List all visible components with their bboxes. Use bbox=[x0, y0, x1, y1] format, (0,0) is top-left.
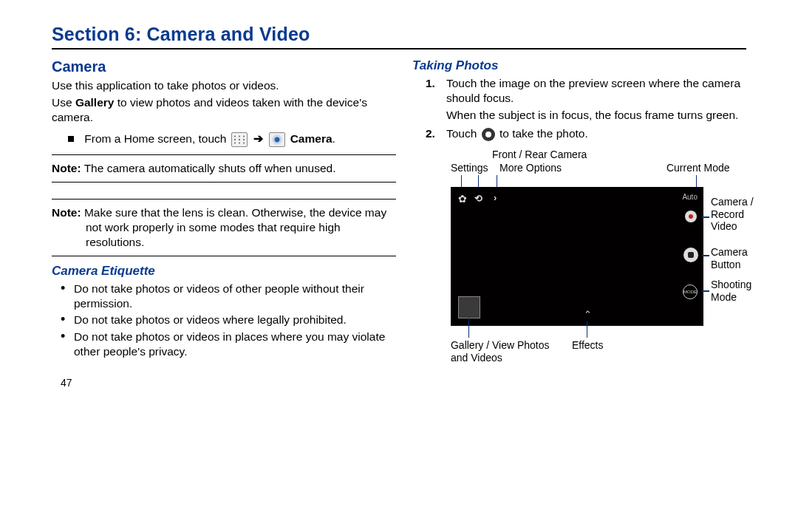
heading-etiquette: Camera Etiquette bbox=[52, 264, 396, 279]
section-title: Section 6: Camera and Video bbox=[52, 24, 746, 45]
square-bullet-icon bbox=[68, 136, 74, 142]
heading-camera: Camera bbox=[52, 58, 396, 75]
left-column: Camera Use this application to take phot… bbox=[52, 55, 396, 389]
label-effects: Effects bbox=[572, 339, 604, 352]
record-icon bbox=[685, 211, 697, 222]
note-clean-lens: Note: Make sure that the lens is clean. … bbox=[52, 205, 396, 249]
label-current-mode: Current Mode bbox=[666, 162, 730, 174]
leader-line bbox=[702, 255, 709, 256]
apps-grid-icon bbox=[231, 132, 248, 147]
step-1-cont: When the subject is in focus, the focus … bbox=[412, 108, 746, 123]
shutter-button-icon bbox=[683, 248, 698, 262]
camera-preview: ✿ ⟲ › Auto MODE ⌃ bbox=[451, 187, 703, 326]
switch-camera-icon: ⟲ bbox=[474, 193, 482, 204]
page-number: 47 bbox=[52, 377, 396, 389]
step-2: 2. Touch to take the photo. bbox=[412, 126, 746, 141]
txt: Touch the image on the preview screen wh… bbox=[446, 77, 740, 104]
leader-line bbox=[587, 321, 588, 338]
gallery-thumbnail-icon bbox=[458, 296, 480, 318]
txt: to take the photo. bbox=[497, 127, 588, 140]
txt: Make sure that the lens is clean. Otherw… bbox=[81, 206, 387, 248]
columns: Camera Use this application to take phot… bbox=[52, 55, 746, 389]
divider bbox=[52, 48, 746, 50]
mode-indicator: Auto bbox=[682, 193, 698, 201]
txt: From a Home screen, touch bbox=[84, 132, 229, 145]
note-auto-shutoff: Note: The camera automatically shuts off… bbox=[52, 161, 396, 176]
divider bbox=[52, 154, 396, 155]
launch-instruction: From a Home screen, touch ➔ Camera. bbox=[52, 132, 396, 147]
step-number: 1. bbox=[426, 76, 435, 91]
etiquette-item: Do not take photos or videos where legal… bbox=[52, 313, 396, 327]
step-1: 1. Touch the image on the preview screen… bbox=[412, 76, 746, 106]
leader-line bbox=[702, 216, 709, 218]
label-more-options: More Options bbox=[499, 162, 562, 174]
bold-gallery: Gallery bbox=[75, 96, 115, 109]
txt: Use bbox=[52, 96, 75, 109]
camera-app-icon bbox=[269, 132, 285, 147]
label-gallery: Gallery / View Photos and Videos bbox=[451, 339, 554, 364]
chevron-right-icon: › bbox=[494, 192, 497, 203]
settings-icon: ✿ bbox=[458, 193, 467, 205]
leader-line bbox=[468, 317, 470, 338]
step-number: 2. bbox=[426, 126, 435, 141]
divider bbox=[52, 182, 396, 183]
camera-diagram: Settings Front / Rear Camera More Option… bbox=[406, 146, 746, 376]
leader-line bbox=[702, 290, 709, 292]
etiquette-item: Do not take photos or videos of other pe… bbox=[52, 282, 396, 311]
bold-camera: Camera bbox=[290, 132, 332, 145]
txt: Touch bbox=[446, 127, 480, 140]
etiquette-item: Do not take photos or videos in places w… bbox=[52, 330, 396, 359]
label-front-rear: Front / Rear Camera bbox=[492, 149, 587, 161]
divider bbox=[52, 256, 396, 256]
txt: The camera automatically shuts off when … bbox=[81, 162, 336, 174]
label-cam-record: Camera / Record Video bbox=[711, 196, 763, 233]
right-column: Taking Photos 1. Touch the image on the … bbox=[402, 55, 746, 389]
note-label: Note: bbox=[52, 206, 81, 219]
label-cam-button: Camera Button bbox=[711, 246, 763, 270]
label-settings: Settings bbox=[451, 162, 488, 174]
gallery-text: Use Gallery to view photos and videos ta… bbox=[52, 95, 396, 125]
intro-text: Use this application to take photos or v… bbox=[52, 78, 396, 93]
note-label: Note: bbox=[52, 162, 81, 174]
arrow-icon: ➔ bbox=[253, 132, 263, 145]
heading-taking-photos: Taking Photos bbox=[412, 58, 746, 73]
effects-chevron-icon: ⌃ bbox=[584, 309, 592, 320]
label-shoot-mode: Shooting Mode bbox=[711, 279, 763, 303]
mode-button-icon: MODE bbox=[683, 284, 698, 299]
txt: When the subject is in focus, the focus … bbox=[446, 109, 738, 121]
shutter-icon bbox=[482, 128, 495, 141]
manual-page: Section 6: Camera and Video Camera Use t… bbox=[0, 0, 798, 389]
divider bbox=[52, 199, 396, 200]
